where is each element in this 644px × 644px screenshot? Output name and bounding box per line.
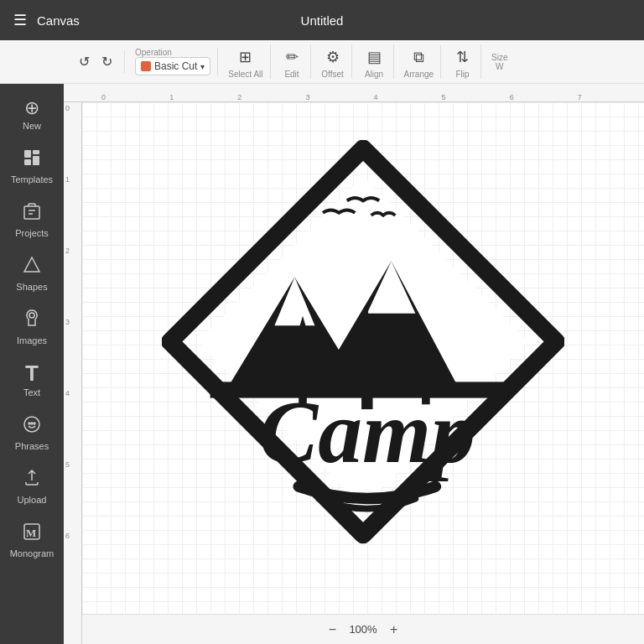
ruler-vertical: 0 1 2 3 4 5 6 [64,102,82,644]
svg-point-8 [29,313,34,318]
main-content: ⊕ New Templates Projects Shapes Images [0,84,644,644]
svg-rect-2 [24,159,31,165]
svg-marker-7 [24,257,39,272]
operation-select[interactable]: Basic Cut ▾ [135,57,210,75]
flip-button[interactable]: ⇅ [451,44,474,70]
projects-icon [22,201,42,225]
canvas-label: Canvas [37,13,80,28]
align-icon: ▤ [367,48,382,66]
redo-icon: ↻ [101,54,112,70]
arrange-label: Arrange [404,70,434,79]
sidebar-item-text[interactable]: T Text [0,354,64,406]
sidebar-item-templates[interactable]: Templates [0,139,64,193]
canvas-grid-inner: Let's Camp [82,102,644,614]
toolbar: ↺ ↻ Operation Basic Cut ▾ ⊞ Select All ✏ [0,40,644,84]
header: ☰ Canvas Untitled [0,0,644,40]
phrases-icon [22,414,42,438]
canvas-grid-wrapper[interactable]: Let's Camp [82,102,644,614]
operation-dropdown-icon: ▾ [200,62,205,71]
sidebar-label-shapes: Shapes [16,282,47,292]
redo-button[interactable]: ↻ [96,50,117,73]
menu-button[interactable]: ☰ [13,11,27,29]
edit-group: ✏ Edit [274,44,311,79]
zoom-in-button[interactable]: + [384,620,404,640]
size-w-label: W [496,62,503,71]
align-button[interactable]: ▤ [362,44,387,70]
operation-group: Operation Basic Cut ▾ [128,48,218,75]
select-all-group: ⊞ Select All [221,44,270,79]
canvas-area: 0 1 2 3 4 5 6 7 0 1 2 3 4 5 6 [64,84,644,644]
bottom-bar: − 100% + [82,614,644,644]
svg-text:M: M [26,527,36,539]
sidebar-item-shapes[interactable]: Shapes [0,247,64,300]
operation-value: Basic Cut [154,60,197,72]
templates-icon [22,148,42,171]
sidebar-label-upload: Upload [18,495,47,505]
zoom-percent: 100% [349,623,377,636]
offset-icon: ⚙ [326,48,340,66]
svg-rect-4 [24,206,39,219]
edit-icon: ✏ [286,48,299,66]
monogram-icon: M [22,522,42,545]
svg-rect-3 [33,156,39,165]
operation-color [141,61,151,71]
sidebar-label-templates: Templates [11,174,53,184]
zoom-in-icon: + [390,622,397,637]
align-group: ▤ Align [356,44,394,79]
svg-rect-0 [24,150,31,158]
select-all-icon: ⊞ [239,48,252,66]
new-icon: ⊕ [24,99,39,117]
offset-button[interactable]: ⚙ [321,44,345,70]
sidebar-label-projects: Projects [15,228,49,238]
images-icon [22,309,42,332]
sidebar-item-phrases[interactable]: Phrases [0,406,64,460]
size-label: Size [491,53,507,62]
svg-point-11 [31,423,33,424]
sidebar-item-upload[interactable]: Upload [0,460,64,513]
upload-icon [22,468,42,491]
undo-icon: ↺ [79,54,90,70]
arrange-icon: ⧉ [413,49,424,66]
undo-button[interactable]: ↺ [74,50,95,73]
select-all-label: Select All [228,70,262,79]
zoom-out-icon: − [329,622,336,637]
align-label: Align [365,70,383,79]
arrange-group: ⧉ Arrange [397,45,442,79]
text-icon: T [25,362,39,384]
sidebar-label-text: Text [23,387,40,397]
flip-icon: ⇅ [456,48,469,66]
sidebar-item-images[interactable]: Images [0,300,64,354]
canvas-grid: Let's Camp [82,102,644,614]
sidebar: ⊕ New Templates Projects Shapes Images [0,84,64,644]
offset-group: ⚙ Offset [314,44,352,79]
sidebar-item-new[interactable]: ⊕ New [0,91,64,139]
svg-point-12 [34,423,35,424]
undo-redo-group: ↺ ↻ [67,50,125,73]
design-svg[interactable]: Let's Camp [162,140,564,559]
flip-group: ⇅ Flip [444,44,481,79]
shapes-icon [22,255,42,278]
zoom-out-button[interactable]: − [322,620,342,640]
svg-rect-1 [33,150,39,154]
sidebar-item-projects[interactable]: Projects [0,193,64,247]
svg-text:Let's: Let's [298,317,435,393]
arrange-button[interactable]: ⧉ [408,45,429,70]
offset-label: Offset [321,70,344,79]
sidebar-label-monogram: Monogram [10,548,55,558]
document-title: Untitled [301,13,344,28]
ruler-horizontal: 0 1 2 3 4 5 6 7 [64,84,644,102]
edit-label: Edit [284,70,299,79]
select-all-button[interactable]: ⊞ [234,44,257,70]
sidebar-label-images: Images [17,335,47,345]
svg-point-10 [29,423,30,424]
flip-label: Flip [456,70,470,79]
svg-text:Camp: Camp [259,383,475,481]
operation-label: Operation [135,48,210,57]
sidebar-label-phrases: Phrases [15,441,49,451]
sidebar-item-monogram[interactable]: M Monogram [0,513,64,567]
size-group: Size W [485,53,514,71]
edit-button[interactable]: ✏ [281,44,304,70]
sidebar-label-new: New [23,121,41,131]
